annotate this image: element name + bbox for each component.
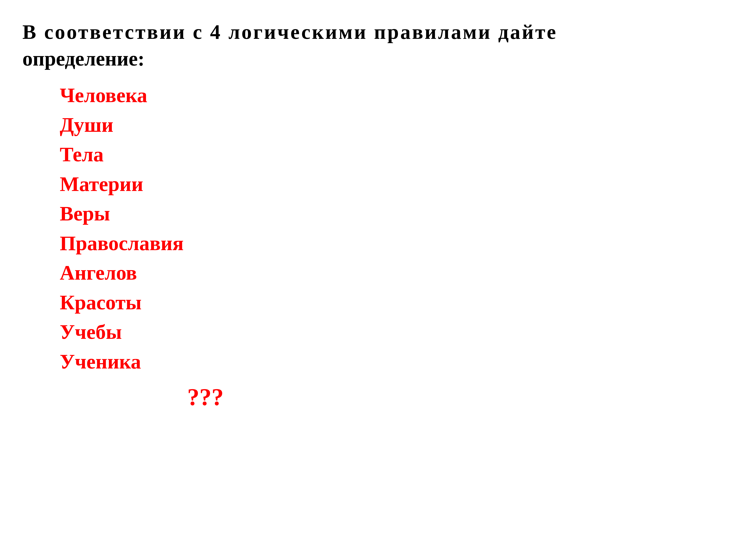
list-item: Тела (60, 140, 725, 168)
heading-text-line1: В соответствии с 4 логическими правилами… (22, 19, 558, 45)
heading-line2: определение: (22, 45, 725, 72)
question-marks-text: ??? (187, 383, 224, 411)
heading-block: В соответствии с 4 логическими правилами… (22, 19, 725, 72)
page-container: В соответствии с 4 логическими правилами… (0, 0, 747, 560)
list-item: Человека (60, 81, 725, 109)
list-item: Веры (60, 200, 725, 228)
list-item: Материи (60, 170, 725, 198)
question-marks-container: ??? (22, 383, 725, 411)
items-list: ЧеловекаДушиТелаМатерииВерыПравославияАн… (60, 81, 725, 375)
list-item: Ученика (60, 348, 725, 376)
list-item: Ангелов (60, 259, 725, 287)
list-item: Души (60, 111, 725, 139)
heading-line1: В соответствии с 4 логическими правилами… (22, 19, 725, 45)
list-item: Красоты (60, 289, 725, 316)
list-item: Православия (60, 230, 725, 257)
heading-text-line2: определение: (22, 47, 145, 70)
list-item: Учебы (60, 318, 725, 346)
